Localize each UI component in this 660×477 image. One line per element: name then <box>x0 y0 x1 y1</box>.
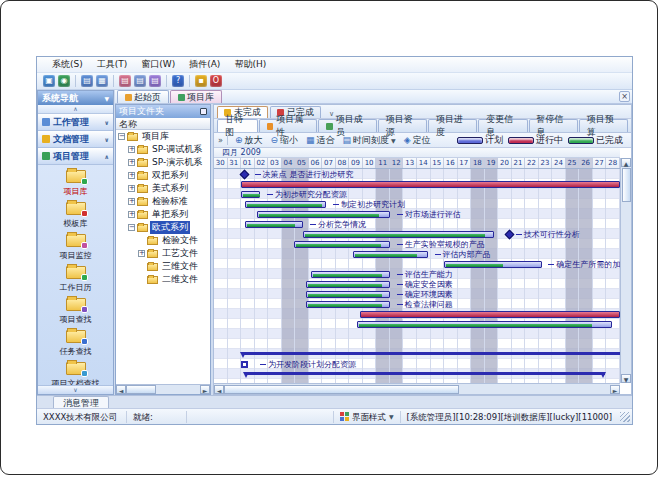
menu-item-0[interactable]: 系统(S) <box>45 57 90 72</box>
collapse-icon[interactable]: − <box>128 224 135 231</box>
report-icon-1[interactable]: ▤ <box>119 75 131 87</box>
task-bar[interactable] <box>306 301 390 308</box>
tree-item-2[interactable]: +SP-演示机系 <box>116 156 210 169</box>
view-tab-2[interactable]: 项目成员 <box>318 119 376 132</box>
collapse-icon[interactable]: − <box>118 133 125 140</box>
scroll-down-icon[interactable]: ▼ <box>621 374 631 383</box>
view-tab-7[interactable]: 项目预算 <box>579 119 628 132</box>
task-bar[interactable] <box>245 201 326 208</box>
sidebar-item-3[interactable]: 工作日历 <box>38 261 113 293</box>
web-icon[interactable]: ◉ <box>58 75 70 87</box>
task-bar[interactable] <box>303 231 494 238</box>
task-bar[interactable] <box>311 271 389 278</box>
expand-icon[interactable]: + <box>128 159 135 166</box>
expand-icon[interactable]: + <box>128 172 135 179</box>
scroll-thumb[interactable] <box>126 385 156 394</box>
sidebar-bottom-bar[interactable]: ∨ <box>38 385 113 394</box>
gantt-tool-0[interactable]: ⊕放大 <box>232 134 266 147</box>
sidebar-section-2[interactable]: 项目管理∧ <box>38 148 113 165</box>
sidebar-section-0[interactable]: 工作管理∨ <box>38 114 113 131</box>
tree-item-9[interactable]: +工艺文件 <box>116 247 210 260</box>
menu-item-4[interactable]: 帮助(H) <box>227 57 273 72</box>
gantt-hscrollbar[interactable]: ◄ ► <box>214 383 620 394</box>
scroll-left-icon[interactable]: ◄ <box>116 385 126 394</box>
help-icon[interactable]: ? <box>172 75 184 87</box>
tree-item-5[interactable]: +检验标准 <box>116 195 210 208</box>
close-tab-icon[interactable]: × <box>619 91 630 102</box>
tree-item-0[interactable]: −项目库 <box>116 130 210 143</box>
sidebar-item-1[interactable]: 模板库 <box>38 197 113 229</box>
scroll-right-icon[interactable]: ► <box>610 385 620 394</box>
overflow-chevron-icon[interactable]: » <box>218 136 223 145</box>
scroll-thumb[interactable] <box>622 168 631 202</box>
task-bar[interactable] <box>353 251 427 258</box>
exit-icon[interactable]: O <box>210 75 222 87</box>
sidebar-section-1[interactable]: 文档管理∨ <box>38 131 113 148</box>
expand-icon[interactable]: + <box>128 146 135 153</box>
doc-tab-0[interactable]: 起始页 <box>117 90 169 103</box>
tree-hscrollbar[interactable]: ◄ ► <box>116 384 210 394</box>
menu-item-2[interactable]: 窗口(W) <box>134 57 182 72</box>
tree-item-10[interactable]: 三维文件 <box>116 260 210 273</box>
system-icon[interactable]: ▣ <box>43 75 55 87</box>
gantt-tool-2[interactable]: ▦适合 <box>303 134 338 147</box>
lock-icon[interactable]: ▪ <box>195 75 207 87</box>
sidebar-item-2[interactable]: 项目监控 <box>38 229 113 261</box>
expand-icon[interactable]: + <box>128 198 135 205</box>
scroll-thumb[interactable] <box>224 385 459 394</box>
view-tab-3[interactable]: 项目资源 <box>378 119 427 132</box>
sidebar-item-5[interactable]: 任务查找 <box>38 325 113 357</box>
expand-icon[interactable]: + <box>138 250 145 257</box>
pin-icon[interactable] <box>200 108 207 115</box>
task-bar[interactable] <box>444 261 541 268</box>
gantt-tool-3[interactable]: ▤时间刻度▼ <box>340 134 399 147</box>
sidebar-options-icon[interactable]: ▼ <box>104 95 109 102</box>
scroll-left-icon[interactable]: ◄ <box>214 385 224 394</box>
task-bar[interactable] <box>306 291 390 298</box>
message-tab[interactable]: 消息管理 <box>53 396 109 408</box>
tree-item-4[interactable]: +美式系列 <box>116 182 210 195</box>
gantt-tool-4[interactable]: ◈定位 <box>401 134 434 147</box>
scroll-right-icon[interactable]: ► <box>200 385 210 394</box>
tree-item-1[interactable]: +SP-调试机系 <box>116 143 210 156</box>
tree-item-7[interactable]: −欧式系列 <box>116 221 210 234</box>
tabs-overflow-icon[interactable]: ∨ <box>329 110 334 118</box>
task-bar[interactable] <box>245 221 303 228</box>
gantt-vscrollbar[interactable]: ▲ ▼ <box>620 158 631 383</box>
tree-item-3[interactable]: +双把系列 <box>116 169 210 182</box>
task-bar[interactable] <box>357 321 611 328</box>
view-tab-6[interactable]: 暂停信息 <box>529 119 578 132</box>
view-tab-5[interactable]: 变更信息 <box>478 119 527 132</box>
menu-item-3[interactable]: 插件(A) <box>182 57 227 72</box>
summary-bar[interactable] <box>242 352 620 355</box>
task-bar[interactable] <box>294 241 390 248</box>
gantt-tool-1[interactable]: ⊖缩小 <box>267 134 301 147</box>
view-tab-0[interactable]: 甘特图 <box>217 119 258 132</box>
scroll-up-icon[interactable]: ▲ <box>621 158 631 167</box>
sidebar-item-4[interactable]: 项目查找 <box>38 293 113 325</box>
open-folder-icon[interactable]: ▤ <box>81 75 93 87</box>
sidebar-collapse-button[interactable]: ∧ <box>38 105 113 114</box>
view-tab-4[interactable]: 项目进度 <box>428 119 477 132</box>
tree-column-header[interactable]: 名称 <box>116 118 210 130</box>
style-button[interactable]: 界面样式 ▼ <box>334 411 401 423</box>
task-bar-inprogress[interactable] <box>360 311 620 318</box>
task-bar[interactable] <box>241 191 260 198</box>
view-tab-1[interactable]: 项目属性 <box>259 119 317 132</box>
task-bar[interactable] <box>306 281 390 288</box>
doc-tab-1[interactable]: 项目库 <box>170 90 222 103</box>
task-bar[interactable] <box>257 211 390 218</box>
task-marker[interactable] <box>241 361 248 368</box>
summary-bar[interactable] <box>245 372 605 375</box>
tree-item-6[interactable]: +单把系列 <box>116 208 210 221</box>
task-bar-inprogress[interactable] <box>241 181 620 188</box>
window-icon[interactable]: ▦ <box>96 75 108 87</box>
tree-item-11[interactable]: 二维文件 <box>116 273 210 286</box>
menu-item-1[interactable]: 工具(T) <box>90 57 135 72</box>
expand-icon[interactable]: + <box>128 185 135 192</box>
sidebar-item-0[interactable]: 项目库 <box>38 165 113 197</box>
tree-item-8[interactable]: 检验文件 <box>116 234 210 247</box>
expand-icon[interactable]: + <box>128 211 135 218</box>
report-icon-3[interactable]: ▤ <box>149 75 161 87</box>
report-icon-2[interactable]: ▤ <box>134 75 146 87</box>
